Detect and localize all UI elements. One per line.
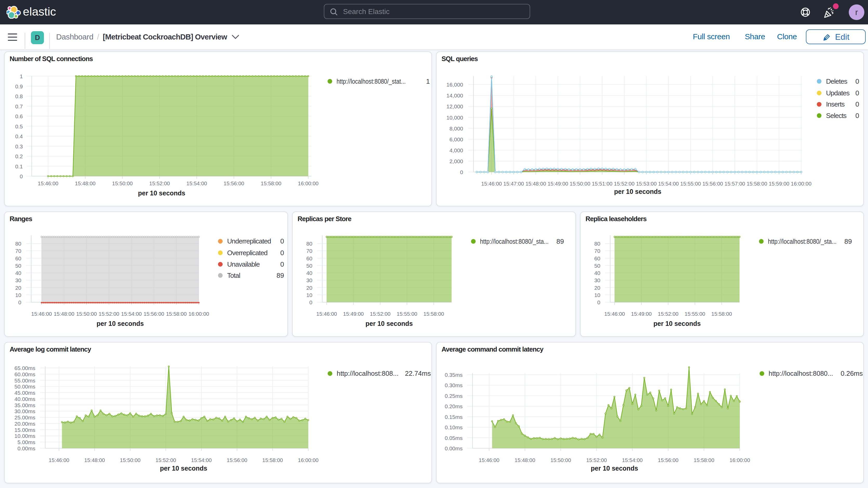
- svg-text:15:56:00: 15:56:00: [144, 311, 164, 317]
- svg-text:Average command commit latency: Average command commit latency: [441, 345, 544, 353]
- svg-text:Unavailable: Unavailable: [227, 261, 259, 268]
- svg-text:15:56:00: 15:56:00: [658, 457, 678, 463]
- svg-text:0.8: 0.8: [15, 93, 23, 99]
- svg-text:15:52:00: 15:52:00: [155, 457, 176, 463]
- svg-text:0.15ms: 0.15ms: [445, 414, 463, 420]
- svg-text:10: 10: [306, 292, 312, 298]
- svg-text:22.74ms: 22.74ms: [405, 369, 431, 377]
- svg-text:15:58:00: 15:58:00: [262, 457, 283, 463]
- svg-text:70: 70: [16, 248, 21, 254]
- svg-text:55.00ms: 55.00ms: [14, 377, 35, 384]
- svg-text:8,000: 8,000: [450, 125, 463, 131]
- svg-text:0.3: 0.3: [15, 144, 23, 149]
- svg-text:70: 70: [594, 248, 600, 254]
- svg-text:4,000: 4,000: [450, 147, 463, 153]
- svg-text:1: 1: [20, 73, 23, 79]
- svg-text:per 10 seconds: per 10 seconds: [138, 189, 185, 197]
- svg-text:16:00:00: 16:00:00: [791, 181, 811, 187]
- svg-text:per 10 seconds: per 10 seconds: [96, 320, 144, 327]
- svg-text:40: 40: [16, 270, 21, 276]
- svg-text:15:50:00: 15:50:00: [551, 457, 571, 463]
- svg-text:65.00ms: 65.00ms: [14, 365, 35, 371]
- svg-text:2,000: 2,000: [450, 158, 463, 164]
- svg-text:per 10 seconds: per 10 seconds: [365, 320, 413, 327]
- svg-text:16:00:00: 16:00:00: [730, 457, 750, 463]
- svg-text:15:46:00: 15:46:00: [38, 181, 58, 186]
- svg-text:0: 0: [309, 299, 312, 305]
- svg-text:0: 0: [20, 173, 23, 179]
- svg-text:0.25ms: 0.25ms: [445, 393, 463, 399]
- svg-text:0.4: 0.4: [15, 133, 23, 139]
- svg-text:30: 30: [594, 277, 600, 283]
- svg-text:0.26ms: 0.26ms: [841, 369, 863, 377]
- svg-text:http://localhost:8080/_sta...: http://localhost:8080/_sta...: [768, 238, 837, 245]
- svg-text:0.2: 0.2: [15, 153, 23, 159]
- svg-text:35.00ms: 35.00ms: [14, 402, 35, 408]
- svg-text:15:52:00: 15:52:00: [614, 181, 634, 187]
- svg-text:15:49:00: 15:49:00: [631, 311, 652, 317]
- svg-text:0.20ms: 0.20ms: [445, 403, 463, 409]
- svg-text:50: 50: [306, 263, 312, 269]
- svg-text:40.00ms: 40.00ms: [14, 396, 35, 402]
- svg-text:15:54:00: 15:54:00: [191, 457, 212, 463]
- svg-text:15:48:00: 15:48:00: [54, 311, 74, 317]
- svg-text:15:46:00: 15:46:00: [479, 457, 499, 463]
- svg-text:15:59:00: 15:59:00: [769, 181, 789, 187]
- svg-text:http://localhost:8080...: http://localhost:8080...: [769, 369, 833, 377]
- svg-text:60.00ms: 60.00ms: [14, 371, 35, 377]
- svg-text:0.1: 0.1: [15, 163, 23, 170]
- svg-text:0: 0: [280, 249, 284, 257]
- svg-text:15:52:00: 15:52:00: [370, 311, 390, 317]
- svg-text:5.00ms: 5.00ms: [18, 439, 35, 445]
- svg-text:per 10 seconds: per 10 seconds: [591, 465, 638, 472]
- svg-text:45.00ms: 45.00ms: [14, 390, 35, 396]
- svg-text:0.35ms: 0.35ms: [445, 372, 463, 378]
- svg-text:15:57:00: 15:57:00: [724, 181, 745, 187]
- svg-text:89: 89: [556, 238, 564, 245]
- svg-text:10,000: 10,000: [446, 115, 463, 121]
- svg-text:Inserts: Inserts: [826, 100, 845, 108]
- svg-text:15:46:00: 15:46:00: [49, 457, 69, 463]
- svg-text:15:58:00: 15:58:00: [261, 181, 281, 186]
- svg-text:10.00ms: 10.00ms: [14, 433, 35, 439]
- svg-text:15:54:00: 15:54:00: [622, 457, 643, 463]
- svg-text:15:50:00: 15:50:00: [112, 181, 132, 186]
- svg-text:12,000: 12,000: [446, 103, 463, 110]
- svg-text:SQL queries: SQL queries: [441, 55, 478, 62]
- svg-text:50: 50: [594, 263, 600, 269]
- svg-text:15:48:00: 15:48:00: [84, 457, 105, 463]
- svg-text:30: 30: [16, 277, 21, 283]
- svg-text:0: 0: [280, 237, 284, 245]
- svg-text:0: 0: [856, 100, 859, 108]
- svg-text:0.00ms: 0.00ms: [18, 446, 35, 451]
- svg-text:0.30ms: 0.30ms: [445, 382, 463, 388]
- svg-text:15:47:00: 15:47:00: [503, 181, 524, 187]
- svg-text:0.6: 0.6: [15, 113, 23, 119]
- svg-text:Number of SQL connections: Number of SQL connections: [10, 55, 93, 62]
- svg-text:http://localhost:808...: http://localhost:808...: [337, 369, 399, 377]
- svg-text:0: 0: [597, 299, 600, 305]
- svg-text:Deletes: Deletes: [826, 78, 847, 85]
- svg-text:15:49:00: 15:49:00: [343, 311, 364, 317]
- svg-text:80: 80: [16, 241, 21, 247]
- svg-text:20.00ms: 20.00ms: [14, 421, 35, 427]
- svg-text:20: 20: [594, 285, 600, 291]
- svg-text:15:54:00: 15:54:00: [121, 311, 142, 317]
- svg-text:Overreplicated: Overreplicated: [227, 249, 268, 257]
- svg-text:Selects: Selects: [826, 112, 847, 120]
- svg-text:15.00ms: 15.00ms: [14, 427, 35, 433]
- svg-text:80: 80: [594, 241, 600, 247]
- svg-text:0.10ms: 0.10ms: [445, 424, 463, 430]
- svg-text:20: 20: [16, 285, 21, 291]
- svg-text:30: 30: [306, 277, 312, 283]
- svg-text:14,000: 14,000: [446, 92, 463, 98]
- svg-text:0.05ms: 0.05ms: [445, 435, 463, 441]
- svg-text:30.00ms: 30.00ms: [14, 408, 35, 414]
- svg-text:0.9: 0.9: [15, 84, 23, 89]
- svg-text:15:52:00: 15:52:00: [658, 311, 678, 317]
- svg-text:15:58:00: 15:58:00: [166, 311, 187, 317]
- svg-text:0.7: 0.7: [15, 103, 23, 110]
- svg-text:15:46:00: 15:46:00: [31, 311, 52, 317]
- svg-text:16:00:00: 16:00:00: [188, 311, 209, 317]
- svg-text:15:56:00: 15:56:00: [223, 181, 244, 186]
